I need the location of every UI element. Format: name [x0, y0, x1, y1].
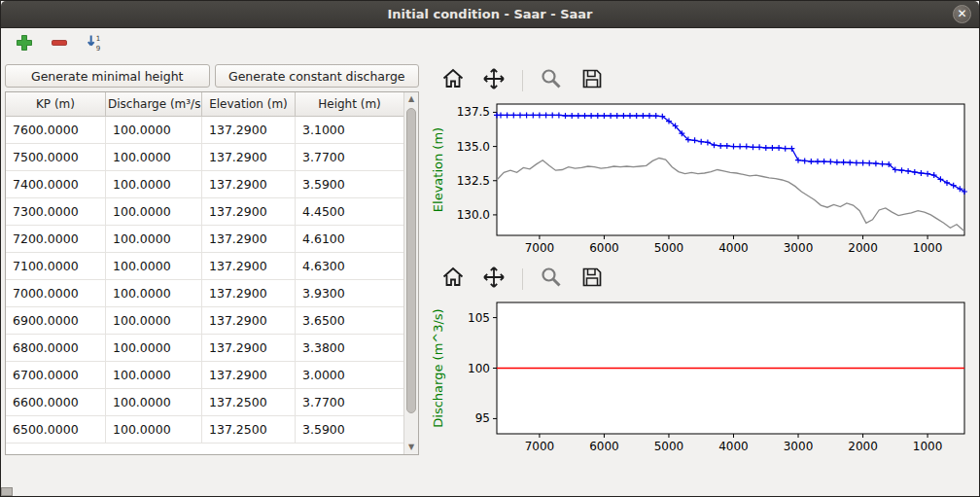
table-cell[interactable]: 3.9300 — [296, 280, 403, 307]
toolbar-separator — [522, 70, 523, 91]
table-cell[interactable]: 100.0000 — [106, 198, 202, 226]
table-cell[interactable]: 7200.0000 — [6, 226, 106, 253]
table-cell[interactable]: 137.2900 — [202, 362, 296, 389]
pan-button[interactable] — [481, 266, 507, 292]
table-cell[interactable]: 100.0000 — [106, 144, 202, 171]
remove-row-button[interactable] — [46, 32, 73, 57]
app-window: Initial condition - Saar - Saar ✕ 1 9 — [0, 0, 980, 497]
column-header[interactable]: Elevation (m) — [202, 92, 296, 117]
sort-rows-button[interactable]: 1 9 — [81, 32, 108, 57]
svg-text:1000: 1000 — [913, 440, 943, 453]
sort-ascending-icon: 1 9 — [85, 33, 104, 56]
column-header[interactable]: Height (m) — [296, 92, 403, 117]
table-cell[interactable]: 137.2900 — [202, 335, 296, 362]
close-button[interactable]: ✕ — [953, 5, 971, 23]
table-cell[interactable]: 3.5900 — [296, 416, 403, 444]
table-cell[interactable]: 3.7700 — [296, 389, 403, 416]
table-cell[interactable]: 7400.0000 — [6, 171, 106, 198]
table-cell[interactable]: 6900.0000 — [6, 307, 106, 335]
save-button[interactable] — [579, 266, 605, 292]
svg-text:Discharge (m^3/s): Discharge (m^3/s) — [431, 308, 445, 427]
table-cell[interactable]: 4.4500 — [296, 198, 403, 226]
table-row: 6900.0000100.0000137.29003.6500 — [6, 307, 403, 335]
table-cell[interactable]: 100.0000 — [106, 416, 202, 444]
table-cell[interactable]: 3.7700 — [296, 144, 403, 171]
table-cell[interactable]: 7100.0000 — [6, 253, 106, 280]
table-cell[interactable]: 100.0000 — [106, 226, 202, 253]
table-cell[interactable]: 3.3800 — [296, 335, 403, 362]
scroll-down-arrow[interactable]: ▼ — [404, 441, 418, 454]
table-cell[interactable]: 7300.0000 — [6, 198, 106, 226]
table-cell[interactable]: 7500.0000 — [6, 144, 106, 171]
table-cell[interactable]: 3.6500 — [296, 307, 403, 335]
resize-grip[interactable] — [1, 487, 13, 496]
table-cell[interactable]: 137.2500 — [202, 389, 296, 416]
save-icon — [580, 67, 604, 94]
table-cell[interactable]: 3.0000 — [296, 362, 403, 389]
table-cell[interactable]: 3.5900 — [296, 171, 403, 198]
table-cell[interactable]: 100.0000 — [106, 117, 202, 144]
table-cell[interactable]: 100.0000 — [106, 389, 202, 416]
table-cell[interactable]: 100.0000 — [106, 362, 202, 389]
add-row-button[interactable] — [11, 32, 38, 57]
table-cell[interactable]: 100.0000 — [106, 253, 202, 280]
table-row: 7400.0000100.0000137.29003.5900 — [6, 171, 403, 198]
zoom-button[interactable] — [539, 68, 564, 93]
svg-text:95: 95 — [475, 411, 490, 425]
scrollbar-thumb[interactable] — [406, 108, 416, 413]
table-cell[interactable]: 137.2500 — [202, 416, 296, 444]
save-button[interactable] — [579, 68, 605, 93]
table-cell[interactable]: 3.1000 — [296, 117, 403, 144]
table-cell[interactable]: 6600.0000 — [6, 389, 106, 416]
table-cell[interactable]: 6700.0000 — [6, 362, 106, 389]
table-cell[interactable]: 100.0000 — [106, 307, 202, 335]
svg-text:1000: 1000 — [913, 241, 943, 255]
svg-text:100: 100 — [468, 362, 490, 375]
kp-table-header: KP (m)Discharge (m³/s)Elevation (m)Heigh… — [6, 92, 403, 117]
table-cell[interactable]: 137.2900 — [202, 226, 296, 253]
home-button[interactable] — [440, 68, 466, 93]
column-header[interactable]: KP (m) — [6, 92, 106, 117]
svg-text:6000: 6000 — [589, 241, 619, 255]
table-cell[interactable]: 100.0000 — [106, 171, 202, 198]
svg-text:5000: 5000 — [654, 440, 684, 453]
table-cell[interactable]: 7600.0000 — [6, 117, 106, 144]
table-cell[interactable]: 137.2900 — [202, 117, 296, 144]
kp-table-wrap: KP (m)Discharge (m³/s)Elevation (m)Heigh… — [5, 91, 419, 455]
table-vertical-scrollbar[interactable]: ▲ ▼ — [403, 92, 418, 454]
table-cell[interactable]: 137.2900 — [202, 144, 296, 171]
table-cell[interactable]: 137.2900 — [202, 198, 296, 226]
generate-constant-discharge-button[interactable]: Generate constant discharge — [215, 64, 420, 88]
table-row: 7200.0000100.0000137.29004.6100 — [6, 226, 403, 253]
svg-text:130.0: 130.0 — [457, 208, 490, 222]
table-cell[interactable]: 7000.0000 — [6, 280, 106, 307]
scroll-up-arrow[interactable]: ▲ — [404, 92, 418, 106]
content-area: Generate minimal height Generate constan… — [1, 61, 979, 461]
home-button[interactable] — [440, 266, 466, 292]
table-row: 7100.0000100.0000137.29004.6300 — [6, 253, 403, 280]
zoom-button[interactable] — [539, 266, 564, 292]
discharge-chart[interactable]: 700060005000400030002000100095100105Disc… — [427, 296, 975, 461]
elevation-chart[interactable]: 7000600050004000300020001000130.0132.513… — [427, 97, 975, 263]
kp-table-body: 7600.0000100.0000137.29003.10007500.0000… — [6, 117, 403, 444]
table-row: 7300.0000100.0000137.29004.4500 — [6, 198, 403, 226]
column-header[interactable]: Discharge (m³/s) — [106, 92, 202, 117]
table-row: 6600.0000100.0000137.25003.7700 — [6, 389, 403, 416]
table-cell[interactable]: 4.6300 — [296, 253, 403, 280]
table-cell[interactable]: 137.2900 — [202, 280, 296, 307]
table-row: 7500.0000100.0000137.29003.7700 — [6, 144, 403, 171]
table-cell[interactable]: 6800.0000 — [6, 335, 106, 362]
table-cell[interactable]: 137.2900 — [202, 171, 296, 198]
home-icon — [441, 67, 465, 94]
pan-button[interactable] — [481, 68, 507, 93]
table-cell[interactable]: 100.0000 — [106, 335, 202, 362]
svg-text:137.5: 137.5 — [457, 105, 490, 119]
table-cell[interactable]: 137.2900 — [202, 253, 296, 280]
table-cell[interactable]: 6500.0000 — [6, 416, 106, 444]
table-row: 6500.0000100.0000137.25003.5900 — [6, 416, 403, 444]
table-cell[interactable]: 4.6100 — [296, 226, 403, 253]
table-cell[interactable]: 137.2900 — [202, 307, 296, 335]
table-cell[interactable]: 100.0000 — [106, 280, 202, 307]
initial-condition-panel: Generate minimal height Generate constan… — [5, 64, 419, 461]
generate-minimal-height-button[interactable]: Generate minimal height — [5, 64, 210, 88]
